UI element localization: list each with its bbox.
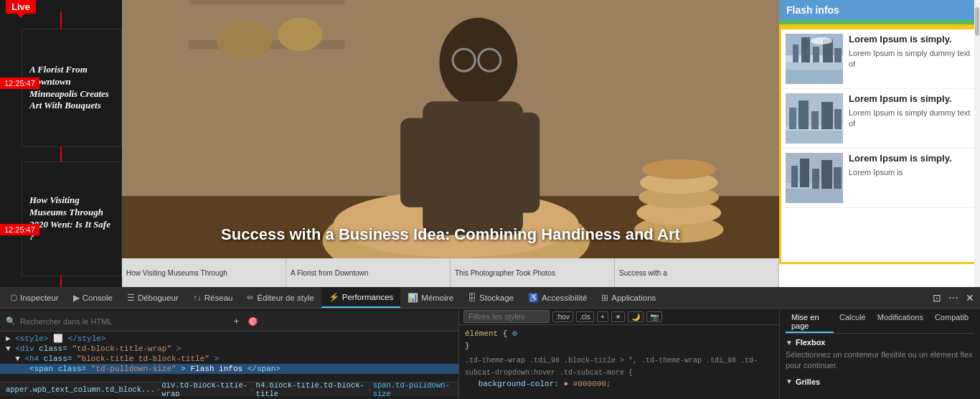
search-icon: 🔍 bbox=[6, 316, 16, 326]
svg-rect-45 bbox=[786, 189, 843, 203]
svg-rect-24 bbox=[801, 37, 810, 62]
breadcrumb-0[interactable]: apper.wpb_text_column.td_block... bbox=[6, 385, 155, 394]
devtools-close-btn[interactable]: ✕ bbox=[963, 292, 977, 304]
thumb-item-0[interactable]: How Visiting Museums Through bbox=[122, 258, 286, 287]
css-add-btn[interactable]: + bbox=[597, 311, 608, 322]
flash-list: Lorem Ipsum is simply. Lorem Ipsum is si… bbox=[779, 27, 980, 264]
devtools-tab-performances[interactable]: ⚡ Performances bbox=[321, 287, 401, 308]
tab-label-debogueur: Débogueur bbox=[138, 294, 179, 302]
flash-title-2: Lorem Ipsum is simply. bbox=[849, 153, 974, 165]
css-property: background-color: bbox=[479, 380, 559, 388]
card-2-title: How Visiting Museums Through 2020 Went: … bbox=[29, 194, 114, 243]
svg-rect-28 bbox=[786, 70, 843, 84]
devtools: ⬡ Inspecteur ▶ Console ☰ Débogueur ↑↓ Ré… bbox=[0, 287, 980, 399]
hero-caption: Success with a Business Idea: Combining … bbox=[122, 218, 779, 251]
devtools-tab-accessibilite[interactable]: ♿ Accessibilité bbox=[521, 287, 594, 308]
stockage-icon: 🗄 bbox=[468, 293, 476, 303]
devtools-tab-console[interactable]: ▶ Console bbox=[66, 287, 120, 308]
html-pick-btn[interactable]: 🎯 bbox=[243, 315, 263, 328]
css-rules: élément { ⚙ } .td-theme-wrap .tdi_98 .bl… bbox=[459, 325, 779, 399]
css-moon-btn[interactable]: 🌙 bbox=[628, 311, 644, 322]
card-2[interactable]: How Visiting Museums Through 2020 Went: … bbox=[22, 161, 122, 276]
css-filter-input[interactable] bbox=[463, 310, 550, 323]
layout-tab-calcule[interactable]: Calculé bbox=[834, 311, 872, 333]
svg-point-14 bbox=[278, 18, 322, 52]
layout-tab-mise-en-page[interactable]: Mise en page bbox=[786, 311, 834, 333]
tab-label-editeur: Éditeur de style bbox=[257, 294, 314, 302]
devtools-tab-inspecteur[interactable]: ⬡ Inspecteur bbox=[3, 287, 66, 308]
css-cls-btn[interactable]: .cls bbox=[576, 311, 594, 322]
thumb-item-3[interactable]: Success with a bbox=[615, 258, 779, 287]
devtools-more-btn[interactable]: ⋯ bbox=[946, 292, 961, 304]
svg-rect-37 bbox=[786, 131, 843, 144]
layout-tab-compat[interactable]: Compatib bbox=[929, 311, 974, 333]
live-badge: Live bbox=[6, 0, 36, 14]
tab-label-stockage: Stockage bbox=[479, 294, 514, 302]
thumb-item-2[interactable]: This Photographer Took Photos bbox=[451, 258, 615, 287]
devtools-tab-debogueur[interactable]: ☰ Débogueur bbox=[120, 287, 186, 308]
breadcrumb-1[interactable]: div.td-block-title-wrap bbox=[161, 382, 249, 396]
svg-rect-33 bbox=[798, 100, 809, 129]
flash-desc-1: Lorem Ipsum is simply dummy text of bbox=[849, 108, 974, 130]
css-panel: :hov .cls + ☀ 🌙 📷 élément { ⚙ } bbox=[459, 309, 779, 399]
timestamp-2: 12:25:47 bbox=[0, 224, 39, 235]
svg-rect-8 bbox=[501, 113, 540, 213]
layout-tabs: Mise en page Calculé Modifications Compa… bbox=[786, 311, 974, 334]
html-toolbar: 🔍 + 🎯 bbox=[0, 311, 458, 332]
html-line-3[interactable]: <span class= "td-pulldown-size" > Flash … bbox=[0, 364, 458, 374]
flexbox-title[interactable]: ▼ Flexbox bbox=[786, 338, 974, 347]
flash-title-1: Lorem Ipsum is simply. bbox=[849, 93, 974, 105]
html-search-input[interactable] bbox=[20, 317, 224, 326]
city-svg-1 bbox=[786, 93, 843, 144]
tab-label-console: Console bbox=[83, 294, 113, 302]
grilles-title[interactable]: ▼ Grilles bbox=[786, 377, 974, 386]
breadcrumb-3[interactable]: span.td-pulldown-size bbox=[373, 382, 453, 396]
layout-tab-modifications[interactable]: Modifications bbox=[872, 311, 929, 333]
tab-label-memoire: Mémoire bbox=[421, 294, 453, 302]
scrollbar-right[interactable] bbox=[974, 0, 980, 287]
svg-rect-25 bbox=[813, 47, 819, 62]
svg-rect-34 bbox=[811, 111, 819, 129]
flash-title-0: Lorem Ipsum is simply. bbox=[849, 34, 974, 46]
flash-item-1[interactable]: Lorem Ipsum is simply. Lorem Ipsum is si… bbox=[781, 89, 978, 149]
devtools-tab-applications[interactable]: ⊞ Applications bbox=[594, 287, 663, 308]
hero-image: Success with a Business Idea: Combining … bbox=[122, 0, 779, 258]
devtools-undock-btn[interactable]: ⊡ bbox=[930, 292, 944, 304]
flash-item-0[interactable]: Lorem Ipsum is simply. Lorem Ipsum is si… bbox=[781, 29, 978, 89]
html-search: 🔍 bbox=[0, 316, 230, 326]
svg-rect-44 bbox=[834, 167, 842, 189]
devtools-tab-reseau[interactable]: ↑↓ Réseau bbox=[186, 287, 240, 308]
flash-text-0: Lorem Ipsum is simply. Lorem Ipsum is si… bbox=[849, 34, 974, 84]
devtools-tab-editeur[interactable]: ✏ Éditeur de style bbox=[240, 287, 321, 308]
devtools-tab-stockage[interactable]: 🗄 Stockage bbox=[461, 287, 521, 308]
css-rule-2: .td-theme-wrap .tdi_98 .block-title > *,… bbox=[465, 355, 773, 378]
css-sun-btn[interactable]: ☀ bbox=[611, 311, 625, 322]
svg-rect-7 bbox=[400, 118, 434, 207]
svg-rect-35 bbox=[821, 102, 833, 129]
flash-thumb-2 bbox=[786, 153, 843, 203]
css-rule-1: } bbox=[465, 340, 773, 352]
grilles-label: Grilles bbox=[796, 377, 820, 386]
flash-infos-header: Flash infos bbox=[779, 0, 980, 20]
svg-rect-41 bbox=[800, 159, 809, 187]
breadcrumb-sep-1: › bbox=[251, 385, 253, 393]
flash-text-1: Lorem Ipsum is simply. Lorem Ipsum is si… bbox=[849, 93, 974, 144]
html-line-2: ▼ <h4 class= "block-title td-block-title… bbox=[0, 354, 458, 364]
svg-rect-12 bbox=[189, 0, 344, 4]
html-add-btn[interactable]: + bbox=[230, 315, 243, 328]
tab-label-reseau: Réseau bbox=[204, 294, 233, 302]
svg-rect-36 bbox=[834, 109, 842, 129]
css-screenshot-btn[interactable]: 📷 bbox=[646, 311, 662, 322]
svg-point-13 bbox=[217, 20, 273, 60]
tab-label-inspecteur: Inspecteur bbox=[20, 294, 59, 302]
thumb-item-1[interactable]: A Florist from Downtown bbox=[286, 258, 451, 287]
css-hov-btn[interactable]: :hov bbox=[552, 311, 573, 322]
devtools-tab-memoire[interactable]: 📊 Mémoire bbox=[400, 287, 461, 308]
svg-rect-27 bbox=[834, 48, 842, 62]
breadcrumb-2[interactable]: h4.block-title.td-block-title bbox=[256, 382, 367, 396]
svg-point-29 bbox=[811, 37, 832, 44]
svg-rect-42 bbox=[812, 169, 819, 189]
right-sidebar: Flash infos bbox=[779, 0, 980, 287]
flash-item-2[interactable]: Lorem Ipsum is simply. Lorem Ipsum is bbox=[781, 149, 978, 208]
flash-thumb-1 bbox=[786, 93, 843, 144]
